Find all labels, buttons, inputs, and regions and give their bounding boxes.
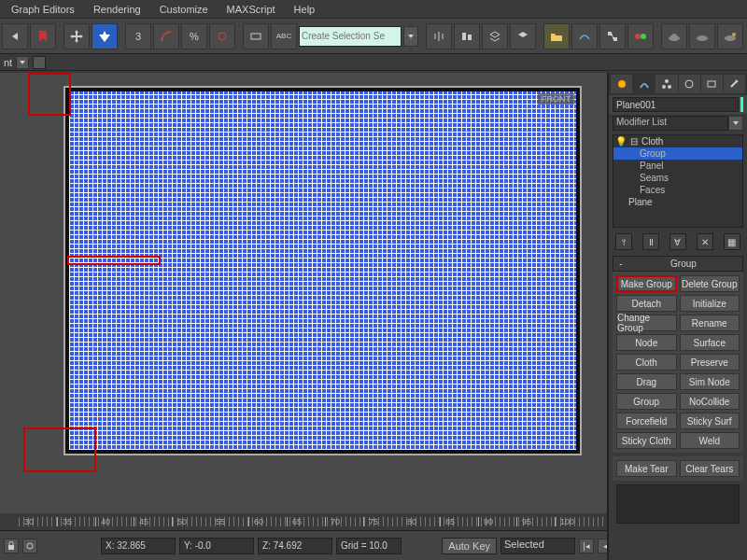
stack-cloth[interactable]: 💡⊟Cloth	[613, 135, 742, 147]
z-coord-field[interactable]: Z: 74.692	[258, 538, 332, 554]
svg-point-10	[725, 35, 736, 41]
detach-button[interactable]: Detach	[616, 295, 677, 312]
object-color-swatch[interactable]	[740, 97, 743, 112]
cloth-mesh	[69, 91, 576, 450]
grid-label: Grid =	[341, 540, 367, 551]
clear-tears-button[interactable]: Clear Tears	[680, 460, 740, 477]
modifier-list-arrow[interactable]	[728, 116, 743, 131]
move-tool-icon[interactable]	[63, 23, 90, 49]
node-button[interactable]: Node	[616, 334, 677, 351]
group-button[interactable]: Group	[616, 393, 677, 410]
stack-panel[interactable]: Panel	[613, 160, 742, 172]
menu-maxscript[interactable]: MAXScript	[218, 2, 285, 17]
make-tear-button[interactable]: Make Tear	[616, 460, 677, 477]
svg-rect-5	[613, 37, 617, 41]
tick: 75	[369, 517, 378, 526]
snap-3d-icon[interactable]: 3	[125, 23, 151, 49]
key-filter-select[interactable]: Selected	[500, 538, 575, 554]
menu-graph-editors[interactable]: Graph Editors	[2, 2, 84, 17]
modify-tab-icon[interactable]	[633, 75, 655, 93]
remove-mod-icon[interactable]: ✕	[697, 233, 713, 250]
tick: 55	[216, 517, 225, 526]
schematic-icon[interactable]	[599, 23, 626, 49]
configure-icon[interactable]: ▦	[724, 233, 740, 250]
x-coord-field[interactable]: X: 32.865	[101, 538, 176, 554]
modifier-stack[interactable]: 💡⊟Cloth Group Panel Seams Faces Plane	[613, 134, 743, 228]
stack-plane[interactable]: Plane	[613, 196, 742, 208]
coord-icon[interactable]	[22, 539, 37, 553]
svg-point-17	[668, 85, 671, 89]
render-icon[interactable]	[717, 23, 743, 49]
curve-editor-icon[interactable]	[571, 23, 598, 49]
group-list-box[interactable]	[616, 484, 740, 524]
undo-button[interactable]	[2, 23, 28, 49]
timeline-ruler[interactable]: 30 35 40 45 50 55 60 65 70 75 80 85 90 9…	[0, 513, 607, 530]
drag-button[interactable]: Drag	[616, 373, 677, 390]
tick: 35	[63, 517, 72, 526]
open-folder-icon[interactable]	[543, 23, 570, 49]
select-tool-icon[interactable]	[92, 23, 118, 49]
menu-rendering[interactable]: Rendering	[84, 2, 150, 17]
subbar-box[interactable]	[33, 56, 46, 69]
group-rollout: - Group Make Group Delete Group Detach I…	[613, 256, 743, 527]
subbar-dropdown[interactable]	[16, 56, 29, 69]
menu-customize[interactable]: Customize	[150, 2, 218, 17]
make-unique-icon[interactable]: ∀	[669, 233, 686, 250]
rename-button[interactable]: Rename	[680, 315, 740, 331]
stack-seams[interactable]: Seams	[613, 172, 742, 184]
material-editor-icon[interactable]	[627, 23, 654, 49]
display-tab-icon[interactable]	[701, 75, 723, 93]
command-panel: Modifier List 💡⊟Cloth Group Panel Seams …	[607, 73, 747, 560]
abc-icon[interactable]: ABC	[271, 23, 297, 49]
show-end-icon[interactable]: Ⅱ	[642, 233, 659, 250]
render-setup-icon[interactable]	[661, 23, 687, 49]
edit-named-sel-icon[interactable]	[243, 23, 269, 49]
no-collide-button[interactable]: NoCollide	[680, 393, 740, 410]
stack-group[interactable]: Group	[613, 147, 742, 160]
y-coord-field[interactable]: Y: -0.0	[179, 538, 254, 554]
angle-snap-icon[interactable]	[153, 23, 179, 49]
bookmark-icon[interactable]	[30, 23, 56, 49]
initialize-button[interactable]: Initialize	[680, 295, 740, 312]
sticky-cloth-button[interactable]: Sticky Cloth	[616, 432, 677, 449]
change-group-button[interactable]: Change Group	[616, 315, 677, 331]
selection-set-dropdown[interactable]	[403, 26, 418, 47]
tick: 95	[522, 517, 531, 526]
make-group-button[interactable]: Make Group	[616, 275, 677, 292]
render-frame-icon[interactable]	[689, 23, 715, 49]
auto-key-button[interactable]: Auto Key	[442, 538, 497, 554]
utilities-tab-icon[interactable]	[724, 75, 745, 93]
sticky-surf-button[interactable]: Sticky Surf	[680, 413, 740, 429]
hierarchy-tab-icon[interactable]	[655, 75, 677, 93]
surface-button[interactable]: Surface	[680, 334, 740, 351]
rollout-header[interactable]: - Group	[613, 256, 743, 272]
selection-set-input[interactable]	[299, 26, 402, 47]
grid-field: Grid = 10.0	[336, 538, 402, 554]
mirror-icon[interactable]	[426, 23, 452, 49]
weld-button[interactable]: Weld	[680, 432, 740, 449]
create-tab-icon[interactable]	[611, 75, 632, 93]
object-name-input[interactable]	[613, 97, 739, 112]
modifier-list-dropdown[interactable]: Modifier List	[613, 116, 728, 131]
preserve-button[interactable]: Preserve	[680, 354, 740, 371]
sim-node-button[interactable]: Sim Node	[680, 373, 740, 390]
stack-faces[interactable]: Faces	[613, 184, 742, 196]
lock-icon[interactable]	[4, 539, 19, 553]
layer-manage-icon[interactable]	[510, 23, 536, 49]
cloth-button[interactable]: Cloth	[616, 354, 677, 371]
layers-icon[interactable]	[482, 23, 508, 49]
motion-tab-icon[interactable]	[679, 75, 700, 93]
pin-stack-icon[interactable]: ⫯	[615, 233, 632, 250]
menu-help[interactable]: Help	[285, 2, 325, 17]
percent-snap-icon[interactable]: %	[181, 23, 207, 49]
svg-rect-12	[8, 545, 14, 550]
align-icon[interactable]	[454, 23, 480, 49]
viewport[interactable]: FRONT	[63, 86, 582, 455]
main-toolbar: 3 % ABC	[0, 19, 747, 54]
goto-start-icon[interactable]: |◂	[579, 539, 594, 553]
delete-group-button[interactable]: Delete Group	[680, 275, 740, 292]
forcefield-button[interactable]: Forcefield	[616, 413, 677, 429]
spinner-snap-icon[interactable]	[209, 23, 235, 49]
subbar-label: nt	[4, 57, 12, 68]
svg-point-6	[635, 34, 641, 39]
